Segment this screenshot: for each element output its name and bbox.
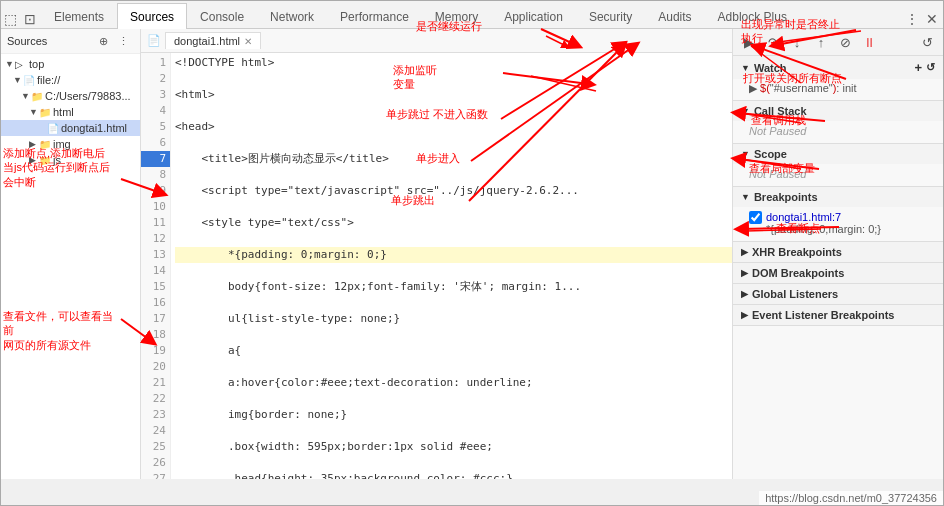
- line-num: 24: [141, 423, 170, 439]
- line-num: 26: [141, 455, 170, 471]
- file-icon: 📄: [23, 75, 37, 86]
- global-arrow: ▶: [741, 289, 748, 299]
- line-num: 1: [141, 55, 170, 71]
- line-num: 16: [141, 295, 170, 311]
- tree-item-top[interactable]: ▼ ▷ top: [1, 56, 140, 72]
- code-line: a{: [175, 343, 732, 359]
- breakpoints-arrow: ▼: [741, 192, 750, 202]
- expand-arrow: ▼: [29, 107, 39, 117]
- call-stack-arrow: ▼: [741, 106, 750, 116]
- tree-item-html-folder[interactable]: ▼ 📁 html: [1, 104, 140, 120]
- breakpoints-header[interactable]: ▼ Breakpoints: [733, 187, 943, 207]
- global-header[interactable]: ▶ Global Listeners: [733, 284, 943, 304]
- more-sources-icon[interactable]: ⋮: [114, 32, 132, 50]
- line-num: 22: [141, 391, 170, 407]
- tree-item-html-file[interactable]: 📄 dongtai1.html: [1, 120, 140, 136]
- bp-condition: *{padding: 0;margin: 0;}: [766, 223, 881, 235]
- xhr-arrow: ▶: [741, 247, 748, 257]
- call-stack-status: Not Paused: [749, 123, 935, 139]
- scope-status: Not Paused: [749, 166, 935, 182]
- event-listener-section: ▶ Event Listener Breakpoints: [733, 305, 943, 326]
- line-num: 5: [141, 119, 170, 135]
- line-num: 2: [141, 71, 170, 87]
- watch-add-icon[interactable]: +: [914, 60, 922, 75]
- tree-label: html: [53, 106, 74, 118]
- step-over-button[interactable]: ↷: [763, 32, 783, 52]
- dom-label: DOM Breakpoints: [752, 267, 844, 279]
- tab-sources[interactable]: Sources: [117, 3, 187, 29]
- scope-content: Not Paused: [733, 164, 943, 186]
- tree-item-js[interactable]: ▶ 📁 js: [1, 152, 140, 168]
- more-icon[interactable]: ⋮: [903, 10, 921, 28]
- tree-item-img[interactable]: ▶ 📁 img: [1, 136, 140, 152]
- expand-arrow: ▶: [29, 139, 39, 149]
- tab-network[interactable]: Network: [257, 3, 327, 29]
- line-num: 19: [141, 343, 170, 359]
- tab-memory[interactable]: Memory: [422, 3, 491, 29]
- tree-label: dongtai1.html: [61, 122, 127, 134]
- line-num: 11: [141, 215, 170, 231]
- scope-arrow: ▼: [741, 149, 750, 159]
- device-icon[interactable]: ⊡: [21, 10, 39, 28]
- scope-header[interactable]: ▼ Scope: [733, 144, 943, 164]
- add-folder-icon[interactable]: ⊕: [94, 32, 112, 50]
- line-numbers: 1 2 3 4 5 6 7 8 9 10 11 12 13 14 15 16 1: [141, 53, 171, 479]
- dom-arrow: ▶: [741, 268, 748, 278]
- tab-elements[interactable]: Elements: [41, 3, 117, 29]
- call-stack-content: Not Paused: [733, 121, 943, 143]
- watch-header[interactable]: ▼ Watch + ↺: [733, 56, 943, 79]
- watch-refresh-icon[interactable]: ↺: [926, 61, 935, 74]
- call-stack-label: Call Stack: [754, 105, 807, 117]
- event-header[interactable]: ▶ Event Listener Breakpoints: [733, 305, 943, 325]
- pause-on-exception-button[interactable]: ⏸: [859, 32, 879, 52]
- deactivate-breakpoints-button[interactable]: ⊘: [835, 32, 855, 52]
- tree-label: js: [53, 154, 61, 166]
- xhr-header[interactable]: ▶ XHR Breakpoints: [733, 242, 943, 262]
- scope-section: ▼ Scope Not Paused: [733, 144, 943, 187]
- debug-toolbar: ▶ ↷ ↓ ↑ ⊘ ⏸ ↺: [733, 29, 943, 56]
- line-num: 14: [141, 263, 170, 279]
- resume-button[interactable]: ▶: [739, 32, 759, 52]
- line-num: 27: [141, 471, 170, 479]
- tree-label: file://: [37, 74, 60, 86]
- folder-icon: 📁: [39, 155, 53, 166]
- tab-performance[interactable]: Performance: [327, 3, 422, 29]
- step-into-button[interactable]: ↓: [787, 32, 807, 52]
- tree-item-path[interactable]: ▼ 📁 C:/Users/79883...: [1, 88, 140, 104]
- sources-header: Sources ⊕ ⋮: [1, 29, 140, 54]
- expand-arrow: ▼: [13, 75, 23, 85]
- code-line: body{font-size: 12px;font-family: '宋体'; …: [175, 279, 732, 295]
- call-stack-header[interactable]: ▼ Call Stack: [733, 101, 943, 121]
- tab-adblock[interactable]: Adblock Plus: [705, 3, 800, 29]
- line-num: 4: [141, 103, 170, 119]
- dom-header[interactable]: ▶ DOM Breakpoints: [733, 263, 943, 283]
- code-editor: 📄 dongtai1.html ✕ 1 2 3 4 5 6 7 8 9 10: [141, 29, 733, 479]
- breakpoint-checkbox[interactable]: [749, 211, 762, 224]
- tree-item-file[interactable]: ▼ 📄 file://: [1, 72, 140, 88]
- close-devtools-icon[interactable]: ✕: [923, 10, 941, 28]
- tab-audits[interactable]: Audits: [645, 3, 704, 29]
- refresh-button[interactable]: ↺: [917, 32, 937, 52]
- tab-security[interactable]: Security: [576, 3, 645, 29]
- tree-label: img: [53, 138, 71, 150]
- editor-tab-file[interactable]: dongtai1.html ✕: [165, 32, 261, 49]
- line-num: 21: [141, 375, 170, 391]
- code-content: 1 2 3 4 5 6 7 8 9 10 11 12 13 14 15 16 1: [141, 53, 732, 479]
- editor-close-button[interactable]: ✕: [244, 36, 252, 47]
- tab-console[interactable]: Console: [187, 3, 257, 29]
- line-num: 3: [141, 87, 170, 103]
- inspect-icon[interactable]: ⬚: [1, 10, 19, 28]
- step-out-button[interactable]: ↑: [811, 32, 831, 52]
- global-label: Global Listeners: [752, 288, 838, 300]
- dom-breakpoints-section: ▶ DOM Breakpoints: [733, 263, 943, 284]
- editor-back-icon[interactable]: 📄: [145, 32, 163, 50]
- line-num: 20: [141, 359, 170, 375]
- line-num-highlight: 7: [141, 151, 170, 167]
- code-lines[interactable]: <!DOCTYPE html> <html> <head> <title>图片横…: [171, 53, 732, 479]
- line-num: 25: [141, 439, 170, 455]
- code-line: <!DOCTYPE html>: [175, 55, 732, 71]
- breakpoint-item: dongtai1.html:7 *{padding: 0;margin: 0;}: [749, 209, 935, 237]
- tab-application[interactable]: Application: [491, 3, 576, 29]
- event-label: Event Listener Breakpoints: [752, 309, 894, 321]
- code-line: <head>: [175, 119, 732, 135]
